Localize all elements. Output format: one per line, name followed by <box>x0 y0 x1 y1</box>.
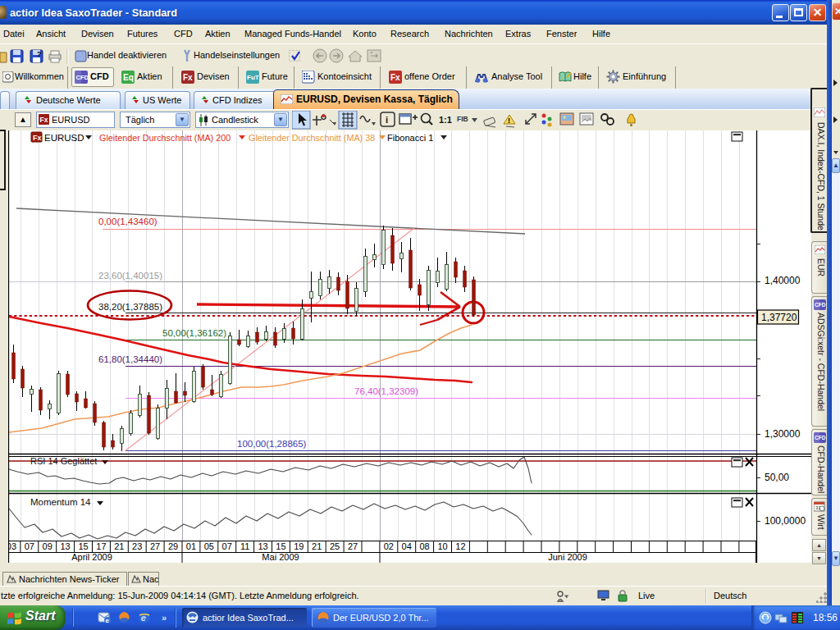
svg-text:15: 15 <box>276 541 285 551</box>
svg-text:25: 25 <box>330 541 340 551</box>
svg-text:13: 13 <box>60 541 70 551</box>
svg-text:02: 02 <box>384 541 394 551</box>
svg-text:CFD: CFD <box>76 74 89 81</box>
svg-text:CFD: CFD <box>815 302 826 308</box>
svg-text:50,00(1,36162): 50,00(1,36162) <box>162 328 226 338</box>
svg-text:01: 01 <box>186 541 196 551</box>
svg-text:27: 27 <box>348 541 358 551</box>
svg-text:1:1: 1:1 <box>439 115 452 125</box>
svg-text:Eq: Eq <box>123 73 134 82</box>
svg-text:50,00: 50,00 <box>765 472 789 483</box>
svg-text:23,60(1,40015): 23,60(1,40015) <box>98 271 162 281</box>
svg-text:29: 29 <box>168 541 178 551</box>
svg-text:31: 31 <box>815 505 821 510</box>
svg-text:23: 23 <box>132 541 142 551</box>
svg-text:EURUSD: EURUSD <box>44 133 84 143</box>
svg-text:i: i <box>386 115 388 125</box>
svg-text:Juni 2009: Juni 2009 <box>548 552 587 562</box>
svg-text:April 2009: April 2009 <box>71 552 112 562</box>
svg-text:76,40(1,32309): 76,40(1,32309) <box>354 386 418 396</box>
svg-text:0,00(1,43460): 0,00(1,43460) <box>98 217 158 226</box>
svg-text:1,37720: 1,37720 <box>761 312 797 323</box>
svg-text:07: 07 <box>222 541 232 551</box>
svg-text:1,30000: 1,30000 <box>765 428 801 440</box>
svg-text:Fx: Fx <box>183 73 193 82</box>
svg-text:1,40000: 1,40000 <box>765 275 801 286</box>
svg-text:13: 13 <box>258 541 267 551</box>
svg-text:Fibonacci 1: Fibonacci 1 <box>387 133 433 143</box>
svg-text:09: 09 <box>43 541 52 551</box>
svg-text:27: 27 <box>150 541 160 551</box>
svg-text:CFD: CFD <box>815 435 826 441</box>
svg-text:08: 08 <box>419 541 429 551</box>
svg-text:Fx: Fx <box>33 134 42 142</box>
svg-text:!: ! <box>508 116 510 125</box>
svg-text:?: ? <box>37 50 42 58</box>
svg-text:Fx: Fx <box>40 116 48 124</box>
svg-text:100,0000: 100,0000 <box>765 515 806 527</box>
svg-text:61,80(1,34440): 61,80(1,34440) <box>98 354 162 364</box>
svg-text:05: 05 <box>204 541 214 551</box>
svg-text:Gleitender Durchschnitt (MA) 2: Gleitender Durchschnitt (MA) 200 <box>99 133 231 143</box>
svg-text:FuT: FuT <box>247 74 259 81</box>
svg-text:21: 21 <box>312 541 322 551</box>
svg-text:15: 15 <box>78 541 88 551</box>
svg-text:Fx: Fx <box>390 73 400 82</box>
svg-text:Gleitender Durchschnitt (MA) 3: Gleitender Durchschnitt (MA) 38 <box>249 133 375 143</box>
svg-text:10: 10 <box>437 541 447 551</box>
svg-text:Mai 2009: Mai 2009 <box>262 552 299 562</box>
svg-text:19: 19 <box>294 541 304 551</box>
svg-text:12: 12 <box>455 541 465 551</box>
svg-text:04: 04 <box>402 541 412 551</box>
svg-text:Momentum 14: Momentum 14 <box>30 497 91 507</box>
svg-text:38,20(1,37885): 38,20(1,37885) <box>98 302 162 312</box>
svg-text:RSI 14 Geglättet: RSI 14 Geglättet <box>30 456 97 466</box>
svg-text:21: 21 <box>114 541 124 551</box>
svg-text:FIB: FIB <box>457 115 468 123</box>
svg-text:»: » <box>162 613 167 623</box>
svg-text:07: 07 <box>25 541 34 551</box>
svg-text:100,00(1,28865): 100,00(1,28865) <box>237 439 307 449</box>
svg-text:11: 11 <box>240 541 249 551</box>
svg-text:17: 17 <box>96 541 106 551</box>
svg-text:e: e <box>106 617 110 624</box>
